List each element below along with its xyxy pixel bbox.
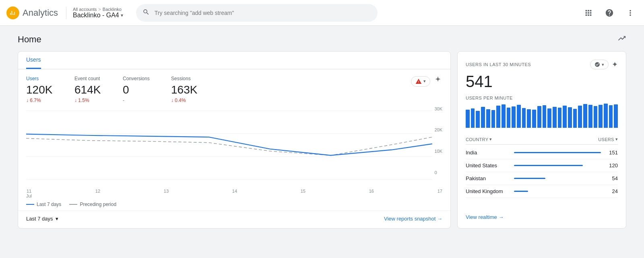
view-reports-link[interactable]: View reports snapshot → — [384, 216, 442, 222]
users-col-header[interactable]: USERS ▾ — [598, 137, 618, 142]
metric-users-value: 120K — [26, 83, 58, 97]
account-dropdown-arrow: ▾ — [121, 12, 123, 18]
country-row: United States 120 — [466, 159, 618, 172]
app-header: Analytics All accounts > Backlinko Backl… — [0, 0, 644, 26]
x-axis: 11 Jul 12 13 14 15 16 — [18, 187, 450, 198]
help-button[interactable] — [602, 6, 617, 20]
country-name: India — [466, 150, 509, 156]
bar — [481, 107, 485, 128]
account-name-dropdown[interactable]: Backlinko - GA4 ▾ — [73, 12, 123, 19]
country-bar-wrap — [509, 152, 606, 153]
page-header: Home — [18, 34, 626, 45]
search-input[interactable] — [155, 10, 371, 16]
country-bar — [514, 178, 545, 179]
metrics-row: Users 120K ↓ 6.7% Event count 614K ↓ 1.5… — [18, 69, 450, 106]
bar — [563, 106, 567, 128]
line-chart — [26, 106, 442, 183]
country-bar-wrap — [509, 178, 606, 179]
metric-users: Users 120K ↓ 6.7% — [26, 76, 58, 103]
metric-actions: ▾ — [411, 76, 442, 87]
realtime-footer: View realtime → — [466, 209, 618, 220]
realtime-header: USERS IN LAST 30 MINUTES ▾ ✦ — [466, 60, 618, 69]
breadcrumb-separator: > — [98, 7, 101, 12]
users-sort-icon: ▾ — [615, 137, 618, 142]
country-users: 24 — [606, 188, 618, 194]
bar — [604, 104, 608, 128]
metric-users-change: ↓ 6.7% — [26, 98, 58, 103]
bar — [573, 109, 577, 128]
metric-sessions: Sessions 163K ↓ 0.4% — [171, 76, 203, 103]
metric-events-value: 614K — [74, 83, 107, 97]
metric-events: Event count 614K ↓ 1.5% — [74, 76, 107, 103]
apps-button[interactable] — [581, 6, 596, 20]
trend-button[interactable] — [617, 34, 626, 45]
country-name: United States — [466, 162, 509, 169]
realtime-bar-chart — [466, 104, 618, 128]
realtime-title: USERS IN LAST 30 MINUTES — [466, 62, 531, 67]
date-range-button[interactable]: Last 7 days ▾ — [26, 216, 58, 222]
realtime-value: 541 — [466, 73, 618, 91]
bar — [578, 106, 582, 128]
country-sort-icon: ▾ — [489, 137, 492, 142]
bar — [517, 105, 521, 128]
country-bar-wrap — [509, 165, 606, 166]
country-users: 151 — [606, 150, 618, 156]
bar — [588, 105, 592, 128]
country-users: 54 — [606, 175, 618, 181]
bar — [594, 106, 598, 128]
rt-sparkle-button[interactable]: ✦ — [612, 60, 618, 69]
bar — [609, 105, 613, 128]
bar — [496, 106, 500, 128]
country-table-header: COUNTRY ▾ USERS ▾ — [466, 134, 618, 145]
country-row: India 151 — [466, 146, 618, 159]
account-selector[interactable]: All accounts > Backlinko Backlinko - GA4… — [66, 7, 130, 19]
bar — [491, 110, 495, 128]
legend-dashed-line — [69, 204, 77, 205]
metric-sessions-value: 163K — [171, 83, 203, 97]
main-chart-card: Users Users 120K ↓ 6.7% Event count 614K… — [18, 51, 451, 229]
view-realtime-link[interactable]: View realtime → — [466, 214, 618, 220]
logo-area: Analytics — [6, 6, 58, 19]
bar — [547, 108, 551, 128]
country-name: United Kingdom — [466, 188, 509, 194]
country-col-header[interactable]: COUNTRY ▾ — [466, 137, 492, 142]
x-label-11: 11 Jul — [26, 189, 32, 198]
x-label-17: 17 — [438, 189, 442, 198]
alert-dropdown-arrow: ▾ — [423, 79, 426, 84]
breadcrumb: All accounts > Backlinko — [73, 7, 123, 12]
bar — [471, 108, 475, 128]
bar — [486, 109, 490, 128]
main-content: Home Users Users 120K ↓ 6.7% Event count… — [8, 26, 636, 237]
bar — [527, 109, 531, 128]
bar — [543, 105, 547, 128]
bar — [537, 106, 541, 128]
date-range-arrow: ▾ — [56, 216, 58, 222]
x-label-14: 14 — [232, 189, 237, 198]
metric-sessions-change: ↓ 0.4% — [171, 98, 203, 103]
country-row: Pakistan 54 — [466, 172, 618, 185]
chart-legend: Last 7 days Preceding period — [18, 198, 450, 210]
bar — [507, 108, 511, 128]
country-users: 120 — [606, 162, 618, 169]
more-menu-button[interactable] — [623, 6, 638, 20]
search-icon — [142, 8, 150, 17]
search-bar[interactable] — [136, 4, 378, 22]
app-title: Analytics — [23, 8, 58, 18]
metric-conversions-value: 0 — [123, 83, 155, 97]
users-tab[interactable]: Users — [26, 52, 41, 69]
alert-button[interactable]: ▾ — [411, 76, 430, 87]
analytics-logo-icon — [6, 6, 19, 19]
realtime-check-button[interactable]: ▾ — [590, 60, 609, 69]
sparkle-button[interactable] — [433, 76, 442, 87]
country-bar — [514, 152, 601, 153]
card-tabs: Users — [18, 52, 450, 69]
check-dropdown-arrow: ▾ — [602, 62, 604, 67]
metric-conversions-label: Conversions — [123, 76, 155, 81]
bar — [476, 111, 480, 128]
metric-events-label: Event count — [74, 76, 107, 81]
realtime-card: USERS IN LAST 30 MINUTES ▾ ✦ 541 USERS P… — [457, 51, 626, 229]
country-row: United Kingdom 24 — [466, 185, 618, 198]
bar — [532, 110, 536, 128]
bar — [599, 105, 603, 128]
metric-sessions-label: Sessions — [171, 76, 203, 81]
